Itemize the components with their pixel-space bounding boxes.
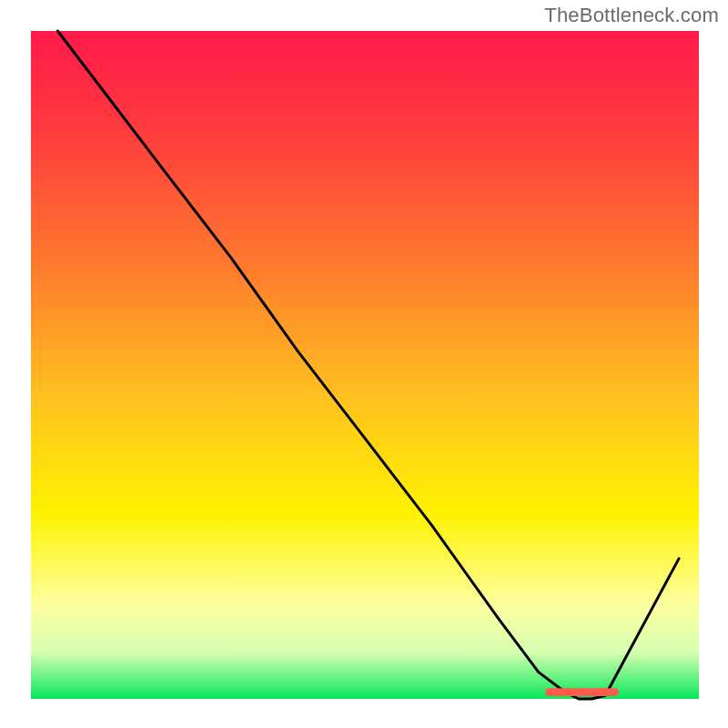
attribution-text: TheBottleneck.com: [544, 4, 719, 27]
plot-background: [31, 31, 699, 699]
marker-band: [545, 688, 619, 696]
chart-canvas: [0, 0, 728, 728]
chart-root: TheBottleneck.com: [0, 0, 728, 728]
